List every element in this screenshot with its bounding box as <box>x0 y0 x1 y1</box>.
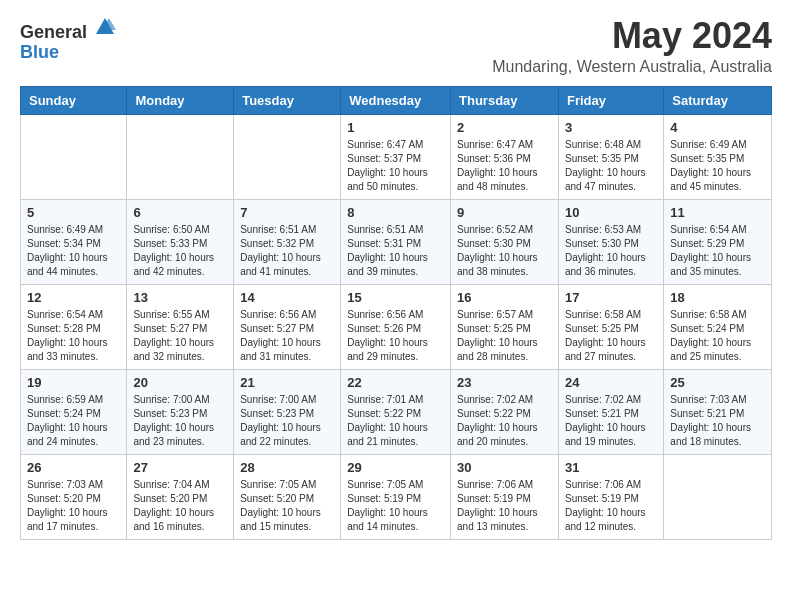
day-info: Sunrise: 6:49 AM Sunset: 5:35 PM Dayligh… <box>670 138 765 194</box>
day-number: 18 <box>670 290 765 305</box>
calendar-cell: 30Sunrise: 7:06 AM Sunset: 5:19 PM Dayli… <box>451 454 559 539</box>
logo-icon <box>94 16 116 38</box>
calendar-week-row: 26Sunrise: 7:03 AM Sunset: 5:20 PM Dayli… <box>21 454 772 539</box>
calendar-cell: 24Sunrise: 7:02 AM Sunset: 5:21 PM Dayli… <box>558 369 663 454</box>
location-subtitle: Mundaring, Western Australia, Australia <box>492 58 772 76</box>
day-number: 22 <box>347 375 444 390</box>
day-number: 17 <box>565 290 657 305</box>
calendar-cell: 7Sunrise: 6:51 AM Sunset: 5:32 PM Daylig… <box>234 199 341 284</box>
day-info: Sunrise: 7:05 AM Sunset: 5:20 PM Dayligh… <box>240 478 334 534</box>
day-info: Sunrise: 6:47 AM Sunset: 5:37 PM Dayligh… <box>347 138 444 194</box>
day-info: Sunrise: 6:57 AM Sunset: 5:25 PM Dayligh… <box>457 308 552 364</box>
day-info: Sunrise: 7:03 AM Sunset: 5:21 PM Dayligh… <box>670 393 765 449</box>
calendar-cell: 9Sunrise: 6:52 AM Sunset: 5:30 PM Daylig… <box>451 199 559 284</box>
calendar-week-row: 12Sunrise: 6:54 AM Sunset: 5:28 PM Dayli… <box>21 284 772 369</box>
day-info: Sunrise: 6:56 AM Sunset: 5:26 PM Dayligh… <box>347 308 444 364</box>
calendar-cell: 15Sunrise: 6:56 AM Sunset: 5:26 PM Dayli… <box>341 284 451 369</box>
day-number: 30 <box>457 460 552 475</box>
day-number: 15 <box>347 290 444 305</box>
calendar-cell <box>21 114 127 199</box>
day-number: 16 <box>457 290 552 305</box>
day-number: 7 <box>240 205 334 220</box>
month-title: May 2024 <box>492 16 772 56</box>
day-info: Sunrise: 6:50 AM Sunset: 5:33 PM Dayligh… <box>133 223 227 279</box>
day-number: 3 <box>565 120 657 135</box>
day-number: 5 <box>27 205 120 220</box>
day-number: 2 <box>457 120 552 135</box>
day-number: 20 <box>133 375 227 390</box>
calendar-table: SundayMondayTuesdayWednesdayThursdayFrid… <box>20 86 772 540</box>
day-number: 24 <box>565 375 657 390</box>
day-number: 9 <box>457 205 552 220</box>
calendar-cell: 8Sunrise: 6:51 AM Sunset: 5:31 PM Daylig… <box>341 199 451 284</box>
day-number: 14 <box>240 290 334 305</box>
day-number: 10 <box>565 205 657 220</box>
calendar-header-row: SundayMondayTuesdayWednesdayThursdayFrid… <box>21 86 772 114</box>
calendar-cell: 17Sunrise: 6:58 AM Sunset: 5:25 PM Dayli… <box>558 284 663 369</box>
calendar-cell: 1Sunrise: 6:47 AM Sunset: 5:37 PM Daylig… <box>341 114 451 199</box>
day-info: Sunrise: 7:06 AM Sunset: 5:19 PM Dayligh… <box>565 478 657 534</box>
calendar-cell: 28Sunrise: 7:05 AM Sunset: 5:20 PM Dayli… <box>234 454 341 539</box>
day-info: Sunrise: 6:59 AM Sunset: 5:24 PM Dayligh… <box>27 393 120 449</box>
day-info: Sunrise: 7:03 AM Sunset: 5:20 PM Dayligh… <box>27 478 120 534</box>
day-info: Sunrise: 7:02 AM Sunset: 5:22 PM Dayligh… <box>457 393 552 449</box>
day-info: Sunrise: 7:05 AM Sunset: 5:19 PM Dayligh… <box>347 478 444 534</box>
calendar-cell <box>127 114 234 199</box>
day-info: Sunrise: 6:51 AM Sunset: 5:31 PM Dayligh… <box>347 223 444 279</box>
calendar-week-row: 5Sunrise: 6:49 AM Sunset: 5:34 PM Daylig… <box>21 199 772 284</box>
calendar-cell: 29Sunrise: 7:05 AM Sunset: 5:19 PM Dayli… <box>341 454 451 539</box>
calendar-cell: 12Sunrise: 6:54 AM Sunset: 5:28 PM Dayli… <box>21 284 127 369</box>
calendar-cell: 2Sunrise: 6:47 AM Sunset: 5:36 PM Daylig… <box>451 114 559 199</box>
calendar-cell: 22Sunrise: 7:01 AM Sunset: 5:22 PM Dayli… <box>341 369 451 454</box>
calendar-week-row: 19Sunrise: 6:59 AM Sunset: 5:24 PM Dayli… <box>21 369 772 454</box>
day-number: 6 <box>133 205 227 220</box>
calendar-cell: 10Sunrise: 6:53 AM Sunset: 5:30 PM Dayli… <box>558 199 663 284</box>
day-header-friday: Friday <box>558 86 663 114</box>
day-info: Sunrise: 6:58 AM Sunset: 5:24 PM Dayligh… <box>670 308 765 364</box>
calendar-cell: 5Sunrise: 6:49 AM Sunset: 5:34 PM Daylig… <box>21 199 127 284</box>
calendar-cell: 27Sunrise: 7:04 AM Sunset: 5:20 PM Dayli… <box>127 454 234 539</box>
day-info: Sunrise: 6:51 AM Sunset: 5:32 PM Dayligh… <box>240 223 334 279</box>
day-number: 28 <box>240 460 334 475</box>
day-info: Sunrise: 6:52 AM Sunset: 5:30 PM Dayligh… <box>457 223 552 279</box>
calendar-cell: 6Sunrise: 6:50 AM Sunset: 5:33 PM Daylig… <box>127 199 234 284</box>
day-number: 11 <box>670 205 765 220</box>
day-header-monday: Monday <box>127 86 234 114</box>
day-info: Sunrise: 7:06 AM Sunset: 5:19 PM Dayligh… <box>457 478 552 534</box>
day-number: 27 <box>133 460 227 475</box>
day-info: Sunrise: 6:55 AM Sunset: 5:27 PM Dayligh… <box>133 308 227 364</box>
day-number: 29 <box>347 460 444 475</box>
day-number: 26 <box>27 460 120 475</box>
day-number: 25 <box>670 375 765 390</box>
day-header-saturday: Saturday <box>664 86 772 114</box>
calendar-cell: 13Sunrise: 6:55 AM Sunset: 5:27 PM Dayli… <box>127 284 234 369</box>
day-number: 23 <box>457 375 552 390</box>
logo-general: General <box>20 16 116 43</box>
day-info: Sunrise: 6:58 AM Sunset: 5:25 PM Dayligh… <box>565 308 657 364</box>
calendar-week-row: 1Sunrise: 6:47 AM Sunset: 5:37 PM Daylig… <box>21 114 772 199</box>
day-number: 8 <box>347 205 444 220</box>
day-info: Sunrise: 7:00 AM Sunset: 5:23 PM Dayligh… <box>133 393 227 449</box>
day-number: 12 <box>27 290 120 305</box>
calendar-cell: 19Sunrise: 6:59 AM Sunset: 5:24 PM Dayli… <box>21 369 127 454</box>
calendar-cell: 26Sunrise: 7:03 AM Sunset: 5:20 PM Dayli… <box>21 454 127 539</box>
calendar-cell <box>664 454 772 539</box>
calendar-cell: 23Sunrise: 7:02 AM Sunset: 5:22 PM Dayli… <box>451 369 559 454</box>
day-number: 1 <box>347 120 444 135</box>
calendar-cell: 4Sunrise: 6:49 AM Sunset: 5:35 PM Daylig… <box>664 114 772 199</box>
day-info: Sunrise: 7:00 AM Sunset: 5:23 PM Dayligh… <box>240 393 334 449</box>
day-header-wednesday: Wednesday <box>341 86 451 114</box>
day-number: 4 <box>670 120 765 135</box>
day-info: Sunrise: 6:47 AM Sunset: 5:36 PM Dayligh… <box>457 138 552 194</box>
page-header: General Blue May 2024 Mundaring, Western… <box>20 16 772 76</box>
day-header-tuesday: Tuesday <box>234 86 341 114</box>
logo-blue: Blue <box>20 43 116 63</box>
calendar-cell: 16Sunrise: 6:57 AM Sunset: 5:25 PM Dayli… <box>451 284 559 369</box>
day-info: Sunrise: 6:53 AM Sunset: 5:30 PM Dayligh… <box>565 223 657 279</box>
calendar-cell: 3Sunrise: 6:48 AM Sunset: 5:35 PM Daylig… <box>558 114 663 199</box>
day-info: Sunrise: 6:54 AM Sunset: 5:29 PM Dayligh… <box>670 223 765 279</box>
day-header-thursday: Thursday <box>451 86 559 114</box>
calendar-cell: 11Sunrise: 6:54 AM Sunset: 5:29 PM Dayli… <box>664 199 772 284</box>
day-info: Sunrise: 7:01 AM Sunset: 5:22 PM Dayligh… <box>347 393 444 449</box>
day-number: 31 <box>565 460 657 475</box>
